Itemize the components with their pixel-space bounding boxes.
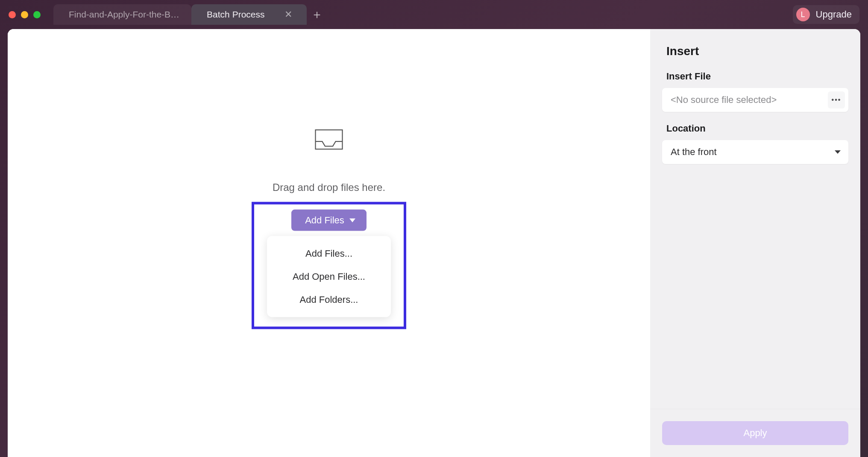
sidebar-footer: Apply [650,409,860,457]
tab-bar: Find-and-Apply-For-the-B… Batch Process … [53,0,327,29]
highlight-annotation: Add Files Add Files... Add Open Files...… [252,202,406,329]
avatar: L [796,8,810,21]
app-window: Drag and drop files here. Add Files Add … [8,29,860,457]
window-minimize-button[interactable] [21,11,28,18]
insert-file-label: Insert File [650,71,860,88]
menu-item-add-open-files[interactable]: Add Open Files... [267,265,391,288]
inbox-icon [314,124,344,157]
window-titlebar: Find-and-Apply-For-the-B… Batch Process … [0,0,868,29]
tab-label: Batch Process [207,9,264,20]
tab-label: Find-and-Apply-For-the-B… [69,9,179,20]
location-label: Location [650,123,860,140]
new-tab-button[interactable]: ＋ [307,4,327,25]
location-value: At the front [671,146,835,158]
menu-item-add-files[interactable]: Add Files... [267,242,391,265]
add-files-label: Add Files [305,215,344,226]
dropdown-triangle-icon [349,218,355,222]
close-tab-icon[interactable]: ✕ [282,9,295,20]
tab-inactive[interactable]: Find-and-Apply-For-the-B… [53,4,191,25]
main-pane: Drag and drop files here. Add Files Add … [8,29,650,457]
window-close-button[interactable] [9,11,16,18]
sidebar-title: Insert [650,29,860,71]
location-select[interactable]: At the front [662,140,848,164]
menu-item-add-folders[interactable]: Add Folders... [267,288,391,311]
insert-file-value: <No source file selected> [671,94,828,105]
traffic-lights [9,11,41,18]
sidebar-insert: Insert Insert File <No source file selec… [650,29,860,457]
dropzone-hint: Drag and drop files here. [273,182,385,193]
apply-button[interactable]: Apply [662,421,848,445]
avatar-letter: L [801,10,805,19]
add-files-menu: Add Files... Add Open Files... Add Folde… [267,236,391,317]
insert-file-row: <No source file selected> ••• [662,88,848,112]
browse-file-button[interactable]: ••• [828,91,845,108]
chevron-down-icon [835,150,841,154]
window-maximize-button[interactable] [33,11,41,18]
upgrade-label: Upgrade [816,9,852,20]
tab-active[interactable]: Batch Process ✕ [191,4,306,25]
add-files-button[interactable]: Add Files [291,210,367,231]
dropzone[interactable]: Drag and drop files here. Add Files Add … [252,124,406,329]
upgrade-button[interactable]: L Upgrade [793,5,859,24]
ellipsis-icon: ••• [832,96,842,104]
